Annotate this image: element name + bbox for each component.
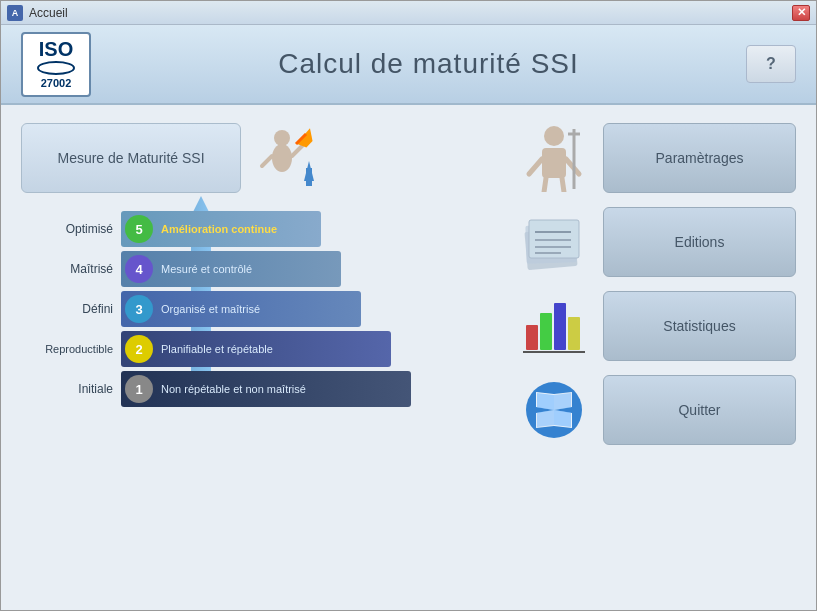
pyramid-level-3: Défini 3 Organisé et maîtrisé [21, 291, 411, 327]
svg-rect-24 [554, 303, 566, 350]
main-content: Mesure de Maturité SSI [1, 105, 816, 610]
person-tools-svg [254, 126, 319, 191]
svg-rect-25 [568, 317, 580, 350]
quitter-button[interactable]: Quitter [603, 375, 796, 445]
level-4-label: Maîtrisé [21, 262, 121, 276]
level-4-bar: 4 Mesuré et contrôlé [121, 251, 341, 287]
iso-text: ISO [39, 39, 73, 59]
pyramid-area: Optimisé 5 Amélioration continue Maîtris… [21, 211, 496, 592]
parametrages-row: Paramètrages [516, 123, 796, 193]
svg-point-7 [544, 126, 564, 146]
statistiques-button[interactable]: Statistiques [603, 291, 796, 361]
main-window: A Accueil ✕ ISO 27002 Calcul de maturité… [0, 0, 817, 611]
level-4-text: Mesuré et contrôlé [161, 263, 252, 275]
pyramid-level-1: Initiale 1 Non répétable et non maîtrisé [21, 371, 411, 407]
statistiques-icon-box [516, 291, 591, 361]
right-panel: Paramètrages Editions [516, 123, 796, 592]
left-top-row: Mesure de Maturité SSI [21, 123, 496, 193]
iso-logo: ISO 27002 [21, 32, 91, 97]
level-1-label: Initiale [21, 382, 121, 396]
level-5-label: Optimisé [21, 222, 121, 236]
level-2-label: Reproductible [21, 343, 121, 355]
app-icon: A [7, 5, 23, 21]
level-2-text: Planifiable et répétable [161, 343, 273, 355]
svg-line-11 [544, 178, 546, 192]
svg-line-9 [529, 159, 542, 174]
level-3-bar: 3 Organisé et maîtrisé [121, 291, 361, 327]
person-icon [524, 124, 584, 192]
level-2-circle: 2 [125, 335, 153, 363]
svg-rect-23 [540, 313, 552, 350]
header: ISO 27002 Calcul de maturité SSI ? [1, 25, 816, 105]
level-3-circle: 3 [125, 295, 153, 323]
level-1-bar: 1 Non répétable et non maîtrisé [121, 371, 411, 407]
svg-rect-22 [526, 325, 538, 350]
windows-logo-icon [524, 380, 584, 440]
quitter-row: Quitter [516, 375, 796, 445]
iso-number: 27002 [41, 77, 72, 89]
svg-line-3 [292, 146, 302, 156]
page-title: Calcul de maturité SSI [111, 48, 746, 80]
iso-circle [37, 61, 75, 75]
pyramid-level-4: Maîtrisé 4 Mesuré et contrôlé [21, 251, 411, 287]
quitter-icon-box [516, 375, 591, 445]
statistiques-row: Statistiques [516, 291, 796, 361]
parametrages-icon-box [516, 123, 591, 193]
left-panel: Mesure de Maturité SSI [21, 123, 496, 592]
pyramid-level-5: Optimisé 5 Amélioration continue [21, 211, 411, 247]
titlebar: A Accueil ✕ [1, 1, 816, 25]
measure-button[interactable]: Mesure de Maturité SSI [21, 123, 241, 193]
level-2-bar: 2 Planifiable et répétable [121, 331, 391, 367]
close-button[interactable]: ✕ [792, 5, 810, 21]
svg-line-12 [562, 178, 564, 192]
level-4-circle: 4 [125, 255, 153, 283]
svg-point-1 [272, 144, 292, 172]
level-1-text: Non répétable et non maîtrisé [161, 383, 306, 395]
bar-chart-icon [523, 295, 585, 357]
titlebar-text: Accueil [29, 6, 792, 20]
pyramid-level-2: Reproductible 2 Planifiable et répétable [21, 331, 411, 367]
svg-point-0 [274, 130, 290, 146]
level-3-label: Défini [21, 302, 121, 316]
level-5-circle: 5 [125, 215, 153, 243]
svg-rect-5 [306, 168, 312, 186]
level-5-bar: 5 Amélioration continue [121, 211, 321, 247]
svg-line-2 [262, 156, 272, 166]
svg-rect-8 [542, 148, 566, 178]
help-button[interactable]: ? [746, 45, 796, 83]
parametrages-button[interactable]: Paramètrages [603, 123, 796, 193]
editions-icon-box [516, 207, 591, 277]
level-3-text: Organisé et maîtrisé [161, 303, 260, 315]
level-1-circle: 1 [125, 375, 153, 403]
editions-button[interactable]: Editions [603, 207, 796, 277]
stacked-pages-icon [521, 210, 586, 275]
level-5-text: Amélioration continue [161, 223, 277, 235]
editions-row: Editions [516, 207, 796, 277]
person-tools-icon [251, 123, 321, 193]
